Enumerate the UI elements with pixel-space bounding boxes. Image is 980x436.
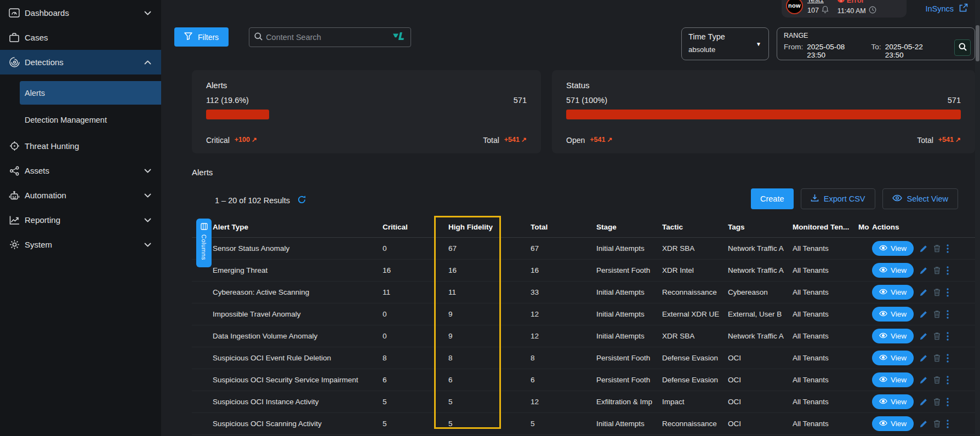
sidebar-item-dashboards[interactable]: Dashboards [0, 1, 161, 25]
more-actions-button[interactable] [947, 244, 949, 253]
account-widget[interactable]: now Test1 107 Error 11:40 AM [782, 0, 907, 18]
view-button[interactable]: View [872, 263, 914, 278]
table-row[interactable]: Suspicious OCI Instance Activity 5 5 12 … [192, 391, 975, 413]
edit-button[interactable] [920, 289, 927, 296]
range-from-value[interactable]: 2025-05-08 23:50 [807, 43, 859, 59]
scrollbar[interactable] [975, 0, 980, 436]
chevron-down-icon[interactable] [144, 218, 151, 222]
sidebar-subitem-detection-management[interactable]: Detection Management [20, 108, 161, 131]
more-actions-button[interactable] [947, 332, 949, 341]
more-actions-button[interactable] [947, 288, 949, 297]
column-header-stage[interactable]: Stage [596, 223, 662, 231]
delete-button[interactable] [933, 266, 941, 274]
view-button[interactable]: View [872, 241, 914, 256]
more-actions-button[interactable] [947, 376, 949, 385]
sidebar-item-system[interactable]: System [0, 232, 161, 257]
table-row[interactable]: Cybereason: Active Scanning 11 11 33 Ini… [192, 282, 975, 303]
range-to-value[interactable]: 2025-05-22 23:50 [885, 43, 937, 59]
view-button-label: View [891, 376, 907, 384]
chevron-down-icon[interactable] [144, 11, 151, 15]
more-actions-button[interactable] [947, 266, 949, 275]
export-csv-button[interactable]: Export CSV [801, 188, 875, 209]
column-header-alert-type[interactable]: Alert Type [213, 223, 383, 231]
table-row[interactable]: Sensor Status Anomaly 0 67 67 Initial At… [192, 238, 975, 260]
delete-button[interactable] [933, 332, 941, 340]
edit-button[interactable] [920, 420, 927, 428]
edit-button[interactable] [920, 398, 927, 406]
edit-button[interactable] [920, 376, 927, 384]
eye-icon [879, 288, 887, 296]
sidebar-item-threat-hunting[interactable]: Threat Hunting [0, 134, 161, 158]
column-header-tactic[interactable]: Tactic [662, 223, 728, 231]
sidebar-item-automation[interactable]: Automation [0, 183, 161, 208]
sidebar-item-reporting[interactable]: Reporting [0, 208, 161, 232]
table-row[interactable]: Impossible Travel Anomaly 0 9 12 Initial… [192, 303, 975, 325]
scrollbar-thumb[interactable] [976, 25, 979, 61]
account-name[interactable]: Test1 [807, 0, 829, 4]
more-actions-button[interactable] [947, 354, 949, 363]
eye-icon [879, 310, 887, 318]
columns-tab[interactable]: Columns [196, 219, 212, 267]
column-header-monitored-ten[interactable]: Monitored Ten... [793, 223, 858, 231]
sidebar-subitem-alerts[interactable]: Alerts [20, 81, 161, 105]
cell-alert-type: Suspicious OCI Instance Activity [213, 398, 383, 406]
card-left-value: 112 (19.6%) [206, 96, 249, 105]
select-view-button[interactable]: Select View [882, 188, 959, 209]
table-row[interactable]: Data Ingestion Volume Anomaly 0 9 12 Ini… [192, 325, 975, 347]
chevron-down-icon[interactable] [144, 169, 151, 173]
edit-button[interactable] [920, 245, 927, 253]
view-button[interactable]: View [872, 285, 914, 300]
column-header-critical[interactable]: Critical [383, 223, 448, 231]
view-button-label: View [891, 398, 907, 406]
create-button[interactable]: Create [751, 188, 794, 209]
view-button[interactable]: View [872, 372, 914, 387]
column-header-total[interactable]: Total [531, 223, 596, 231]
column-header-mo[interactable]: Mo [858, 223, 872, 231]
filters-button[interactable]: Filters [174, 27, 229, 47]
chevron-down-icon[interactable] [144, 193, 151, 198]
view-button[interactable]: View [872, 329, 914, 343]
column-header-high-fidelity[interactable]: High Fidelity [448, 223, 531, 231]
cell-monitored: All Tenants [793, 266, 858, 274]
view-button[interactable]: View [872, 394, 914, 409]
sidebar-item-assets[interactable]: Assets [0, 158, 161, 183]
time-type-select[interactable]: Time Type absolute ▼ [681, 27, 769, 60]
table-row[interactable]: Emerging Threat 16 16 16 Persistent Foot… [192, 260, 975, 282]
edit-button[interactable] [920, 267, 927, 274]
delete-button[interactable] [933, 398, 941, 406]
column-header-tags[interactable]: Tags [728, 223, 793, 231]
insyncs-link[interactable]: InSyncs [925, 3, 968, 14]
view-button[interactable]: View [872, 307, 914, 322]
column-header-actions[interactable]: Actions [872, 223, 975, 231]
delete-button[interactable] [933, 310, 941, 318]
delete-button[interactable] [933, 376, 941, 384]
table-row[interactable]: Suspicious OCI Security Service Impairme… [192, 369, 975, 391]
search-input[interactable] [266, 33, 393, 42]
view-button[interactable]: View [872, 351, 914, 365]
sidebar-item-cases[interactable]: Cases [0, 25, 161, 50]
range-picker[interactable]: RANGE From: 2025-05-08 23:50 To: 2025-05… [777, 27, 975, 60]
download-icon [811, 194, 819, 204]
more-actions-button[interactable] [947, 420, 949, 428]
edit-button[interactable] [920, 332, 927, 340]
chevron-down-icon[interactable]: ▼ [756, 41, 761, 47]
edit-button[interactable] [920, 354, 927, 362]
chevron-down-icon[interactable] [144, 243, 151, 247]
chevron-up-icon[interactable] [144, 60, 151, 65]
refresh-button[interactable] [297, 195, 306, 206]
delete-button[interactable] [933, 354, 941, 362]
delete-button[interactable] [933, 288, 941, 296]
more-actions-button[interactable] [947, 310, 949, 319]
view-button[interactable]: View [872, 416, 914, 431]
card-left-value: 571 (100%) [566, 96, 607, 105]
more-actions-button[interactable] [947, 398, 949, 406]
delete-button[interactable] [933, 244, 941, 253]
trend-up-icon: ↗ [252, 136, 257, 144]
edit-button[interactable] [920, 311, 927, 318]
table-row[interactable]: Suspicious OCI Scanning Activity 5 5 5 I… [192, 413, 975, 435]
bell-icon [822, 5, 829, 15]
table-row[interactable]: Suspicious OCI Event Rule Deletion 8 8 8… [192, 347, 975, 369]
sidebar-item-detections[interactable]: Detections [0, 50, 161, 74]
range-search-button[interactable] [954, 39, 971, 56]
delete-button[interactable] [933, 420, 941, 428]
